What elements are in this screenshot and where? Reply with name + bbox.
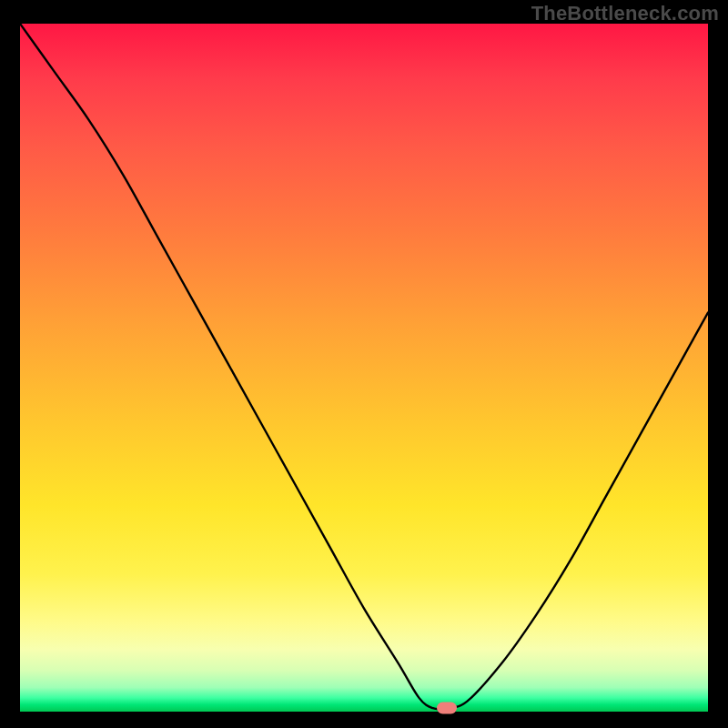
chart-frame: TheBottleneck.com bbox=[0, 0, 728, 728]
watermark-text: TheBottleneck.com bbox=[531, 2, 719, 25]
plot-area bbox=[20, 24, 708, 712]
optimal-point-marker bbox=[437, 703, 457, 714]
bottleneck-curve bbox=[20, 24, 708, 712]
